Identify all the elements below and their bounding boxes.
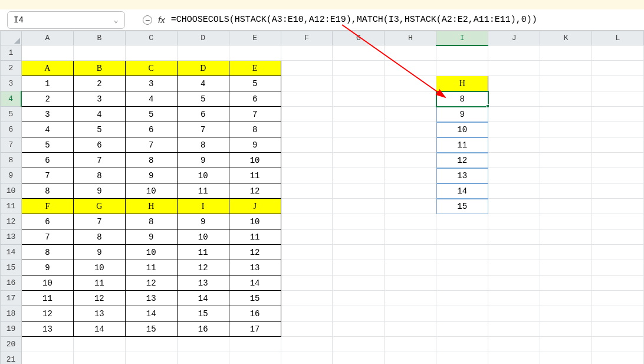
cell-L19[interactable] <box>592 322 644 337</box>
row-header-4[interactable]: 4 <box>1 91 22 107</box>
cell-J21[interactable] <box>488 352 540 365</box>
cell-F2[interactable] <box>281 61 333 76</box>
cell-I4[interactable]: 8 <box>436 91 488 107</box>
col-header-H[interactable]: H <box>385 31 436 45</box>
cell-E17[interactable]: 15 <box>229 291 281 306</box>
chevron-down-icon[interactable]: ⌄ <box>114 15 119 25</box>
cell-G9[interactable] <box>333 168 385 183</box>
cell-B19[interactable]: 14 <box>73 322 125 337</box>
row-header-13[interactable]: 13 <box>1 229 22 245</box>
cell-K1[interactable] <box>540 45 592 61</box>
cell-I2[interactable] <box>436 61 488 76</box>
cell-D13[interactable]: 10 <box>177 229 229 245</box>
cell-J16[interactable] <box>488 276 540 291</box>
cell-B4[interactable]: 3 <box>73 91 125 107</box>
row-header-12[interactable]: 12 <box>1 214 22 229</box>
cell-K6[interactable] <box>540 122 592 137</box>
cell-J19[interactable] <box>488 322 540 337</box>
cell-A11[interactable]: F <box>21 199 73 214</box>
cell-D17[interactable]: 14 <box>177 291 229 306</box>
cell-K16[interactable] <box>540 276 592 291</box>
cell-B2[interactable]: B <box>73 61 125 76</box>
cell-L21[interactable] <box>592 352 644 365</box>
cell-K15[interactable] <box>540 260 592 276</box>
cell-K8[interactable] <box>540 153 592 168</box>
cell-D4[interactable]: 5 <box>177 91 229 107</box>
cell-D10[interactable]: 11 <box>177 183 229 199</box>
cell-A13[interactable]: 7 <box>21 229 73 245</box>
cell-C7[interactable]: 7 <box>125 137 177 153</box>
cell-A7[interactable]: 5 <box>21 137 73 153</box>
cell-D21[interactable] <box>177 352 229 365</box>
col-header-G[interactable]: G <box>333 31 385 45</box>
cell-G6[interactable] <box>333 122 385 137</box>
cell-A21[interactable] <box>21 352 73 365</box>
cell-H13[interactable] <box>385 229 436 245</box>
cell-K13[interactable] <box>540 229 592 245</box>
cell-H16[interactable] <box>385 276 436 291</box>
cell-D2[interactable]: D <box>177 61 229 76</box>
col-header-F[interactable]: F <box>281 31 333 45</box>
cell-L6[interactable] <box>592 122 644 137</box>
cell-K21[interactable] <box>540 352 592 365</box>
cell-F12[interactable] <box>281 214 333 229</box>
cell-E7[interactable]: 9 <box>229 137 281 153</box>
cell-H18[interactable] <box>385 306 436 322</box>
cell-J6[interactable] <box>488 122 540 137</box>
cell-F5[interactable] <box>281 107 333 122</box>
cell-E20[interactable] <box>229 337 281 352</box>
cell-G16[interactable] <box>333 276 385 291</box>
cell-K2[interactable] <box>540 61 592 76</box>
cell-C19[interactable]: 15 <box>125 322 177 337</box>
cell-J12[interactable] <box>488 214 540 229</box>
cell-J2[interactable] <box>488 61 540 76</box>
cell-C6[interactable]: 6 <box>125 122 177 137</box>
cell-J1[interactable] <box>488 45 540 61</box>
row-header-18[interactable]: 18 <box>1 306 22 322</box>
cell-E4[interactable]: 6 <box>229 91 281 107</box>
cell-H4[interactable] <box>385 91 436 107</box>
cell-L9[interactable] <box>592 168 644 183</box>
cell-F14[interactable] <box>281 245 333 260</box>
col-header-A[interactable]: A <box>21 31 73 45</box>
cell-A1[interactable] <box>21 45 73 61</box>
cell-H5[interactable] <box>385 107 436 122</box>
cell-E5[interactable]: 7 <box>229 107 281 122</box>
cell-G3[interactable] <box>333 76 385 91</box>
row-header-11[interactable]: 11 <box>1 199 22 214</box>
cell-J18[interactable] <box>488 306 540 322</box>
cell-H19[interactable] <box>385 322 436 337</box>
cell-H3[interactable] <box>385 76 436 91</box>
col-header-I[interactable]: I <box>436 31 488 45</box>
cell-F3[interactable] <box>281 76 333 91</box>
cell-C13[interactable]: 9 <box>125 229 177 245</box>
row-header-17[interactable]: 17 <box>1 291 22 306</box>
cell-J9[interactable] <box>488 168 540 183</box>
cell-J17[interactable] <box>488 291 540 306</box>
cell-C2[interactable]: C <box>125 61 177 76</box>
cell-G20[interactable] <box>333 337 385 352</box>
cell-K3[interactable] <box>540 76 592 91</box>
cell-L1[interactable] <box>592 45 644 61</box>
cell-G17[interactable] <box>333 291 385 306</box>
cell-C12[interactable]: 8 <box>125 214 177 229</box>
cell-J20[interactable] <box>488 337 540 352</box>
cell-K18[interactable] <box>540 306 592 322</box>
cell-K17[interactable] <box>540 291 592 306</box>
cell-C10[interactable]: 10 <box>125 183 177 199</box>
cell-F19[interactable] <box>281 322 333 337</box>
cell-I12[interactable] <box>436 214 488 229</box>
row-header-15[interactable]: 15 <box>1 260 22 276</box>
cell-G7[interactable] <box>333 137 385 153</box>
cell-G10[interactable] <box>333 183 385 199</box>
cell-K20[interactable] <box>540 337 592 352</box>
cell-A17[interactable]: 11 <box>21 291 73 306</box>
cell-G18[interactable] <box>333 306 385 322</box>
cell-I5[interactable]: 9 <box>436 107 488 122</box>
row-header-10[interactable]: 10 <box>1 183 22 199</box>
cell-E14[interactable]: 12 <box>229 245 281 260</box>
cell-D3[interactable]: 4 <box>177 76 229 91</box>
cell-B7[interactable]: 6 <box>73 137 125 153</box>
cell-H1[interactable] <box>385 45 436 61</box>
cell-H10[interactable] <box>385 183 436 199</box>
